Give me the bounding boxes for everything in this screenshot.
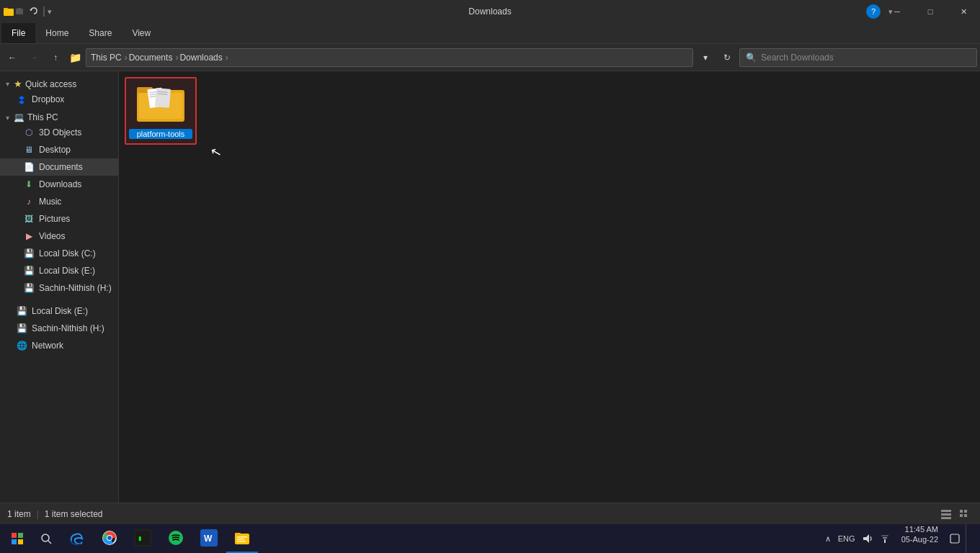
svg-rect-24 (18, 539, 23, 544)
taskbar-app-terminal[interactable]: ▮ (127, 524, 159, 553)
sidebar-pictures-label: Pictures (39, 214, 70, 224)
svg-rect-42 (883, 537, 887, 539)
title-expand-arrow[interactable]: ▾ (48, 7, 52, 17)
sidebar-item-3dobjects[interactable]: ⬡ 3D Objects (0, 124, 118, 141)
clock-date: 05-Aug-22 (901, 534, 938, 544)
title-separator (43, 6, 45, 17)
tray-speaker-icon[interactable] (860, 524, 876, 553)
taskbar-app-word[interactable]: W (193, 524, 225, 553)
view-details-button[interactable] (957, 506, 973, 522)
app-icon-2 (16, 6, 27, 17)
svg-rect-20 (964, 514, 967, 517)
sidebar-localdiske-label: Local Disk (E:) (39, 266, 95, 276)
path-thispc-label: This PC (91, 53, 122, 63)
taskbar-search-button[interactable] (33, 524, 59, 553)
tab-share[interactable]: Share (79, 23, 122, 43)
sidebar-item-pictures[interactable]: 🖼 Pictures (0, 210, 118, 228)
desktop-icon: 🖥 (23, 144, 35, 156)
sidebar-network-label: Network (32, 341, 63, 351)
sidebar-item-localdiskc[interactable]: 💾 Local Disk (C:) (0, 245, 118, 262)
svg-text:▮: ▮ (138, 534, 142, 542)
sidebar-localdiskc-label: Local Disk (C:) (39, 248, 96, 258)
refresh-button[interactable]: ↻ (718, 48, 736, 67)
path-sep-2: › (175, 53, 178, 63)
window-title: Downloads (468, 6, 511, 17)
sidebar-thispc-header[interactable]: ▾ 💻 This PC (0, 108, 118, 124)
sidebar-quick-access-header[interactable]: ▾ ★ Quick access (0, 74, 118, 91)
folder-platform-tools[interactable]: platform-tools (125, 77, 197, 145)
sidebar-documents-label: Documents (39, 162, 83, 172)
sidebar-3dobjects-label: 3D Objects (39, 127, 81, 138)
ribbon-collapse-button[interactable]: ▾ (885, 4, 896, 19)
tray-lang[interactable]: ENG (835, 524, 858, 553)
tab-home[interactable]: Home (35, 23, 79, 43)
svg-point-25 (42, 534, 49, 541)
svg-point-29 (107, 536, 112, 540)
dropbox-icon (16, 94, 27, 105)
svg-rect-21 (12, 533, 17, 538)
maximize-button[interactable]: □ (914, 0, 947, 23)
sidebar-item-localdiske[interactable]: 💾 Local Disk (E:) (0, 262, 118, 279)
sidebar-desktop-label: Desktop (39, 145, 71, 155)
sidebar-music-label: Music (39, 197, 61, 207)
sidebar-item-network[interactable]: 🌐 Network (0, 337, 118, 354)
sidebar-item-music[interactable]: ♪ Music (0, 193, 118, 210)
taskbar-app-chrome[interactable] (94, 524, 125, 553)
chrome-icon (101, 529, 118, 547)
sidebar-item-sachin-h2[interactable]: 💾 Sachin-Nithish (H:) (0, 320, 118, 337)
sidebar-item-documents[interactable]: 📄 Documents (0, 158, 118, 176)
help-button[interactable]: ? (866, 4, 881, 19)
sidebar-item-sachin-h[interactable]: 💾 Sachin-Nithish (H:) (0, 279, 118, 297)
app-icon-undo (29, 6, 40, 17)
tray-expand-button[interactable]: ∧ (822, 524, 834, 553)
sidebar-item-videos[interactable]: ▶ Videos (0, 228, 118, 245)
path-documents-label: Documents (129, 53, 173, 63)
ribbon: File Home Share View (0, 23, 980, 44)
tray-network-icon[interactable] (877, 524, 893, 553)
downloads-icon: ⬇ (23, 179, 35, 190)
svg-rect-41 (884, 539, 886, 543)
up-button[interactable]: ↑ (46, 48, 65, 67)
sidebar-item-downloads[interactable]: ⬇ Downloads (0, 176, 118, 193)
tab-file[interactable]: File (1, 23, 35, 43)
start-button[interactable] (3, 524, 32, 553)
sidebar-item-desktop[interactable]: 🖥 Desktop (0, 141, 118, 158)
path-dropdown-button[interactable]: ▾ (696, 48, 715, 67)
search-placeholder: Search Downloads (761, 53, 834, 63)
path-bar[interactable]: This PC › Documents › Downloads › (86, 48, 693, 67)
forward-button[interactable]: → (24, 48, 43, 67)
show-desktop-button[interactable] (966, 524, 971, 553)
title-bar-icons: ▾ (0, 6, 52, 17)
search-bar[interactable]: 🔍 Search Downloads (739, 48, 977, 67)
sidebar-item-dropbox[interactable]: Dropbox (0, 91, 118, 108)
spotify-icon (167, 529, 184, 547)
thispc-icon: 💻 (14, 112, 24, 122)
taskbar-clock[interactable]: 11:45 AM 05-Aug-22 (896, 524, 944, 553)
sidebar-item-localdiske2[interactable]: 💾 Local Disk (E:) (0, 302, 118, 320)
svg-marker-40 (863, 534, 869, 543)
svg-rect-23 (12, 539, 17, 544)
svg-point-32 (169, 531, 183, 545)
view-list-button[interactable] (938, 506, 954, 522)
folder-platform-tools-icon (135, 83, 186, 126)
folder-svg (135, 83, 186, 123)
tray-notification-icon[interactable] (947, 524, 963, 553)
taskbar-app-edge[interactable] (61, 524, 92, 553)
item-count: 1 item (7, 509, 31, 519)
path-downloads[interactable]: Downloads › (179, 53, 229, 63)
sidebar-spacer (0, 297, 118, 302)
folder-platform-tools-label: platform-tools (129, 129, 192, 139)
quick-access-label: Quick access (25, 79, 76, 89)
close-button[interactable]: ✕ (947, 0, 980, 23)
taskbar-app-spotify[interactable] (160, 524, 192, 553)
path-sep-1: › (125, 53, 128, 63)
back-button[interactable]: ← (3, 48, 22, 67)
taskbar-app-explorer[interactable] (226, 524, 258, 553)
svg-rect-19 (960, 514, 963, 517)
path-thispc[interactable]: This PC › (91, 53, 129, 63)
tab-view[interactable]: View (122, 23, 161, 43)
sidebar-downloads-label: Downloads (39, 179, 81, 189)
edge-icon (68, 529, 85, 547)
sachin-h-icon: 💾 (23, 282, 35, 294)
path-documents[interactable]: Documents › (129, 53, 180, 63)
